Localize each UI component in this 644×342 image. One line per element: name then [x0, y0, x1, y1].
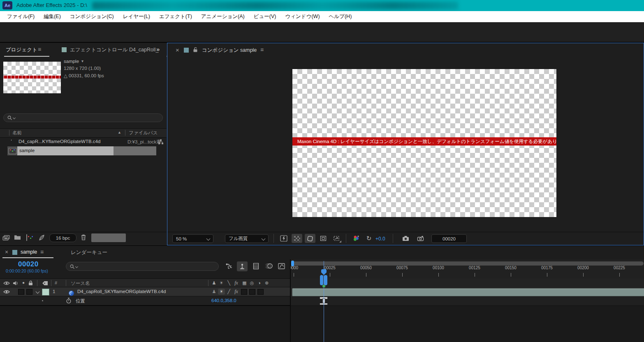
tab-overflow-chevron[interactable]: » — [156, 46, 160, 53]
layer-quality-switch[interactable]: ╱ — [225, 289, 232, 294]
close-panel-icon[interactable]: × — [5, 249, 8, 255]
menu-window[interactable]: ウィンドウ(W) — [280, 11, 324, 22]
tab-render-queue[interactable]: レンダーキュー — [71, 249, 107, 256]
collapse-transformations-icon[interactable]: ☀ — [218, 281, 225, 285]
layer-label-color-swatch[interactable] — [42, 289, 49, 296]
exposure-value[interactable]: +0.0 — [375, 236, 385, 242]
motion-blur-switch-icon[interactable]: ◎ — [248, 281, 255, 285]
magnification-dropdown[interactable]: 50 % — [172, 234, 213, 243]
menu-composition[interactable]: コンポジション(C) — [65, 11, 118, 22]
playhead-grip-left[interactable] — [320, 275, 323, 285]
project-row-sample-selected[interactable]: sample — [0, 146, 167, 155]
motion-blur-well[interactable] — [249, 289, 255, 295]
solo-toggle-well[interactable] — [26, 289, 32, 295]
menu-animation[interactable]: アニメーション(A) — [197, 11, 249, 22]
region-of-interest-button[interactable] — [318, 234, 329, 243]
column-header-index[interactable]: # — [55, 280, 57, 285]
label-tag-icon[interactable] — [42, 281, 48, 286]
ruler-tickmark — [366, 273, 366, 277]
time-navigator-bar[interactable] — [292, 261, 644, 266]
current-timecode[interactable]: 00020 — [18, 260, 39, 268]
new-folder-icon[interactable] — [14, 234, 21, 240]
footer-scrollbar-thumb[interactable] — [91, 233, 126, 242]
tab-timeline-sample[interactable]: sample — [21, 249, 37, 255]
frame-blend-well[interactable] — [241, 289, 247, 295]
tab-project[interactable]: プロジェクト — [6, 46, 37, 53]
timeline-search-input[interactable] — [66, 262, 219, 271]
menu-effect[interactable]: エフェクト(T) — [155, 11, 197, 22]
tab-effect-controls[interactable]: エフェクトコントロール D4_capRoll_ — [70, 46, 158, 53]
threed-well[interactable] — [257, 289, 264, 295]
chevron-down-icon — [262, 237, 266, 241]
preview-item-name[interactable]: sample — [64, 59, 79, 64]
property-name-position[interactable]: 位置 — [76, 298, 85, 304]
audio-speaker-icon[interactable] — [13, 281, 18, 286]
menu-file[interactable]: ファイル(F) — [2, 11, 39, 22]
menu-view[interactable]: ビュー(V) — [249, 11, 281, 22]
composition-viewer[interactable]: Maxon Cinema 4D : レイヤーサイズはコンポジションと一致し、デフ… — [167, 58, 644, 232]
layer-shy-switch[interactable]: ♟ — [211, 289, 218, 294]
effects-switch-icon[interactable]: fx — [233, 280, 240, 285]
layer-track-row[interactable] — [291, 287, 644, 297]
sort-ascending-icon[interactable]: ▲ — [118, 130, 121, 134]
layer-expand-chevron-icon[interactable] — [36, 290, 40, 294]
tab-composition-sample[interactable]: コンポジション sample — [202, 47, 257, 54]
composition-mini-flowchart-icon[interactable] — [225, 262, 234, 270]
take-snapshot-button[interactable] — [400, 234, 411, 243]
close-panel-icon[interactable]: × — [176, 47, 179, 53]
show-snapshot-button[interactable] — [415, 234, 426, 243]
bpc-button[interactable]: 16 bpc — [49, 233, 76, 242]
shy-switch-icon[interactable]: ♟ — [211, 281, 218, 285]
stopwatch-icon[interactable] — [66, 298, 72, 304]
project-search-input[interactable] — [3, 113, 163, 122]
layer-source-name[interactable]: D4_capRoll_SKYflameORGplateWTB.c4d — [77, 289, 166, 294]
proxy-icon[interactable] — [39, 234, 45, 241]
threed-layer-switch-icon[interactable]: ⊕ — [263, 281, 270, 285]
panel-menu-icon[interactable]: ≡ — [40, 249, 44, 255]
menu-layer[interactable]: レイヤー(L) — [118, 11, 155, 22]
project-row-c4d[interactable]: D4_capR...KYflameORGplateWTB.c4d D:¥3_pi… — [0, 137, 167, 146]
channel-settings-button[interactable] — [351, 234, 361, 243]
frame-blending-icon[interactable] — [251, 262, 261, 270]
audio-toggle-well[interactable] — [18, 289, 24, 295]
menu-edit[interactable]: 編集(E) — [39, 11, 65, 22]
preview-name-dropdown-icon[interactable]: ▾ — [81, 59, 83, 63]
layer-row[interactable]: 1 D4_capRoll_SKYflameORGplateWTB.c4d ♟ ☀… — [0, 287, 290, 296]
fast-preview-button[interactable] — [278, 234, 289, 243]
adjustment-layer-switch-icon[interactable]: ◑ — [256, 281, 263, 285]
motion-blur-icon[interactable] — [264, 262, 274, 270]
mask-visibility-button[interactable] — [305, 234, 315, 243]
interpret-footage-icon[interactable] — [2, 235, 11, 241]
transparency-grid-button[interactable] — [292, 234, 302, 243]
reset-exposure-button[interactable]: ↻ — [365, 234, 373, 243]
layer-duration-bar[interactable] — [292, 288, 644, 296]
footage-preview-thumbnail[interactable] — [3, 62, 61, 93]
keyframe-track-row[interactable] — [291, 296, 644, 306]
video-eye-icon[interactable] — [3, 281, 10, 285]
layer-collapse-switch[interactable]: ☀ — [218, 289, 225, 295]
solo-icon[interactable]: ● — [22, 280, 25, 285]
new-composition-icon[interactable] — [26, 234, 27, 241]
delete-trash-icon[interactable] — [81, 234, 86, 240]
layer-visibility-eye-icon[interactable] — [3, 290, 10, 294]
column-header-name[interactable]: 名前 — [12, 130, 22, 136]
layer-effects-switch[interactable]: fx — [233, 289, 240, 294]
panel-menu-icon[interactable]: ≡ — [260, 47, 264, 53]
preview-time-field[interactable]: 00020 — [431, 234, 467, 243]
keyframe-navigator-dot[interactable] — [42, 300, 43, 301]
playhead-grip-right[interactable] — [324, 275, 327, 285]
position-value[interactable]: 640.0,358.0 — [211, 298, 236, 303]
column-header-source-name[interactable]: ソース名 — [71, 280, 90, 287]
panel-menu-icon[interactable]: ≡ — [38, 46, 41, 52]
column-header-path[interactable]: ファイルパス — [129, 130, 158, 136]
draft-3d-icon[interactable] — [237, 261, 248, 271]
crop-region-button[interactable] — [331, 234, 342, 243]
graph-editor-icon[interactable] — [276, 262, 286, 270]
lock-icon[interactable] — [28, 280, 33, 286]
frame-blend-switch-icon[interactable]: ▦ — [241, 281, 248, 285]
menu-help[interactable]: ヘルプ(H) — [324, 11, 357, 22]
resolution-dropdown[interactable]: フル画質 — [225, 234, 269, 243]
unlock-icon[interactable] — [193, 47, 198, 53]
position-property-row[interactable]: 位置 640.0,358.0 — [0, 296, 290, 305]
quality-switch-icon[interactable]: ╲ — [225, 281, 232, 285]
